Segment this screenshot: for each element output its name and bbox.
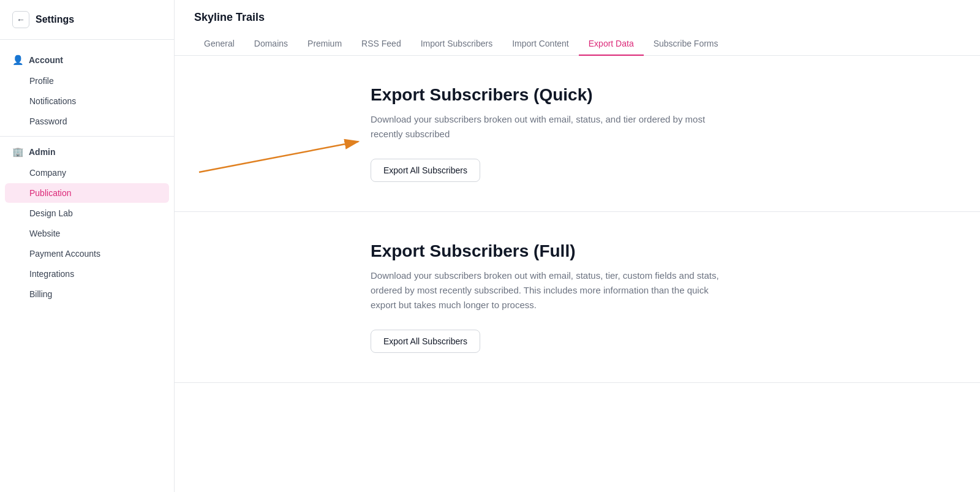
tab-import-content[interactable]: Import Content bbox=[502, 32, 579, 56]
svg-line-1 bbox=[199, 142, 358, 172]
account-section-label: Account bbox=[29, 55, 63, 65]
sidebar-divider bbox=[0, 136, 174, 137]
sidebar-item-company[interactable]: Company bbox=[5, 163, 169, 183]
sidebar-section-admin[interactable]: 🏢 Admin bbox=[0, 142, 174, 162]
export-full-button[interactable]: Export All Subscribers bbox=[371, 330, 480, 353]
sidebar-title: Settings bbox=[36, 14, 74, 25]
sidebar-section-account[interactable]: 👤 Account bbox=[0, 50, 174, 70]
tab-import-subscribers[interactable]: Import Subscribers bbox=[411, 32, 502, 56]
tab-subscribe-forms[interactable]: Subscribe Forms bbox=[644, 32, 728, 56]
sidebar-item-website[interactable]: Website bbox=[5, 224, 169, 243]
sidebar-item-profile[interactable]: Profile bbox=[5, 71, 169, 91]
account-icon: 👤 bbox=[12, 55, 24, 66]
admin-icon: 🏢 bbox=[12, 146, 24, 157]
tab-rss-feed[interactable]: RSS Feed bbox=[352, 32, 411, 56]
publication-name: Skyline Trails bbox=[194, 11, 960, 32]
tab-domains[interactable]: Domains bbox=[244, 32, 298, 56]
export-full-description: Download your subscribers broken out wit… bbox=[371, 268, 726, 312]
main-content: Skyline Trails General Domains Premium R… bbox=[175, 0, 980, 492]
sidebar-item-design-lab[interactable]: Design Lab bbox=[5, 203, 169, 223]
sidebar-item-integrations[interactable]: Integrations bbox=[5, 264, 169, 284]
export-full-section: Export Subscribers (Full) Download your … bbox=[175, 212, 980, 383]
sidebar: ← Settings 👤 Account Profile Notificatio… bbox=[0, 0, 175, 492]
tab-general[interactable]: General bbox=[194, 32, 244, 56]
export-quick-section: Export Subscribers (Quick) Download your… bbox=[175, 56, 980, 212]
sidebar-item-notifications[interactable]: Notifications bbox=[5, 91, 169, 111]
export-quick-button[interactable]: Export All Subscribers bbox=[371, 159, 480, 182]
export-full-title: Export Subscribers (Full) bbox=[371, 241, 960, 261]
export-quick-description: Download your subscribers broken out wit… bbox=[371, 112, 726, 142]
sidebar-item-publication[interactable]: Publication bbox=[5, 183, 169, 203]
admin-section-label: Admin bbox=[29, 147, 56, 157]
export-quick-title: Export Subscribers (Quick) bbox=[371, 85, 960, 105]
tab-export-data[interactable]: Export Data bbox=[579, 32, 644, 56]
sidebar-item-billing[interactable]: Billing bbox=[5, 284, 169, 304]
arrow-annotation bbox=[193, 129, 377, 178]
main-header: Skyline Trails General Domains Premium R… bbox=[175, 0, 980, 56]
sidebar-navigation: 👤 Account Profile Notifications Password… bbox=[0, 40, 174, 314]
sidebar-header: ← Settings bbox=[0, 0, 174, 40]
tabs-navigation: General Domains Premium RSS Feed Import … bbox=[194, 32, 960, 55]
back-button[interactable]: ← bbox=[12, 11, 29, 28]
sidebar-item-payment-accounts[interactable]: Payment Accounts bbox=[5, 244, 169, 263]
tab-premium[interactable]: Premium bbox=[298, 32, 352, 56]
sidebar-item-password[interactable]: Password bbox=[5, 112, 169, 131]
content-area: Export Subscribers (Quick) Download your… bbox=[175, 56, 980, 492]
